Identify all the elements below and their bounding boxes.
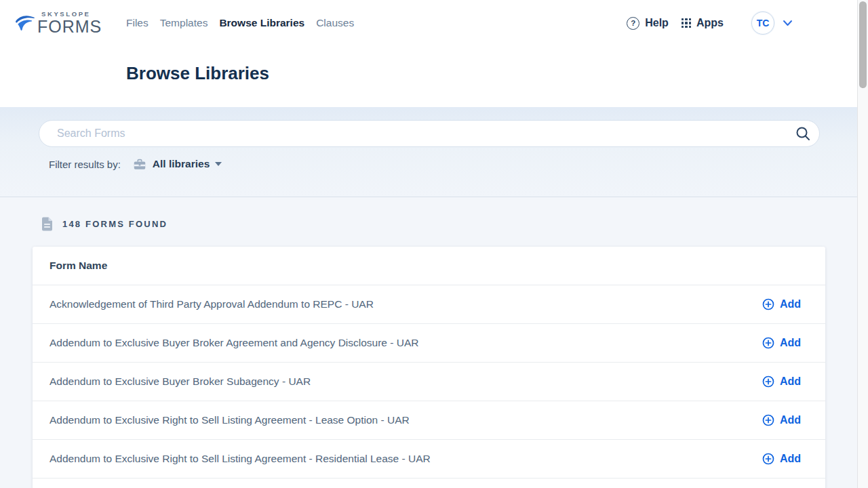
header-actions: ? Help Apps TC: [627, 12, 793, 35]
nav-item[interactable]: Clauses: [316, 17, 354, 29]
form-row[interactable]: Acknowledgement of Third Party Approval …: [33, 285, 825, 324]
add-label: Add: [780, 298, 801, 310]
nav-item[interactable]: Files: [126, 17, 149, 29]
app-header: SKYSLOPE FORMS Files Templates Browse Li…: [0, 0, 857, 107]
add-form-button[interactable]: Add: [762, 375, 801, 388]
account-menu-chevron[interactable]: [783, 20, 793, 26]
add-label: Add: [780, 375, 801, 388]
form-name: Acknowledgement of Third Party Approval …: [50, 298, 374, 310]
main-content: SKYSLOPE FORMS Files Templates Browse Li…: [0, 0, 857, 488]
circle-plus-icon: [762, 414, 774, 426]
circle-plus-icon: [762, 298, 774, 310]
search-button[interactable]: [795, 126, 811, 142]
add-label: Add: [780, 337, 801, 349]
library-filter-value: All libraries: [153, 158, 210, 170]
search-icon: [795, 126, 811, 142]
skyslope-forms-logo[interactable]: SKYSLOPE FORMS: [15, 11, 126, 35]
form-name: Addendum to Exclusive Right to Sell List…: [50, 414, 410, 426]
logo-forms-label: FORMS: [37, 18, 102, 35]
results-section: 148 FORMS FOUND Form Name Acknowledgemen…: [0, 197, 857, 488]
user-avatar[interactable]: TC: [751, 12, 774, 35]
forms-found-row: 148 FORMS FOUND: [41, 216, 857, 231]
search-section: Filter results by: All libraries: [0, 107, 857, 197]
nav-item[interactable]: Browse Libraries: [219, 17, 304, 29]
form-row-partial: [33, 479, 825, 488]
skyslope-swoosh-icon: [15, 12, 36, 34]
logo-text: SKYSLOPE FORMS: [37, 11, 102, 35]
add-form-button[interactable]: Add: [762, 453, 801, 465]
form-name: Addendum to Exclusive Buyer Broker Subag…: [50, 375, 311, 388]
apps-grid-icon: [682, 18, 691, 28]
page-title: Browse Libraries: [126, 63, 857, 83]
form-row[interactable]: Addendum to Exclusive Buyer Broker Agree…: [33, 324, 825, 363]
circle-plus-icon: [762, 375, 774, 388]
apps-button[interactable]: Apps: [682, 17, 724, 29]
primary-nav: Files Templates Browse Libraries Clauses: [126, 17, 354, 29]
avatar-initials: TC: [757, 18, 770, 28]
help-label: Help: [645, 17, 669, 29]
form-row[interactable]: Addendum to Exclusive Right to Sell List…: [33, 440, 825, 479]
document-icon: [41, 217, 53, 231]
filter-row: Filter results by: All libraries: [49, 158, 857, 170]
form-name: Addendum to Exclusive Right to Sell List…: [50, 453, 431, 465]
add-label: Add: [780, 414, 801, 426]
circle-plus-icon: [762, 337, 774, 349]
add-label: Add: [780, 453, 801, 465]
column-header-form-name: Form Name: [50, 260, 107, 272]
page-scrollbar-thumb[interactable]: [859, 1, 867, 88]
help-button[interactable]: ? Help: [627, 17, 669, 30]
page-scrollbar-track: [857, 0, 868, 488]
topbar-row: SKYSLOPE FORMS Files Templates Browse Li…: [0, 9, 857, 37]
table-header-row: Form Name: [33, 247, 825, 285]
form-row[interactable]: Addendum to Exclusive Right to Sell List…: [33, 401, 825, 440]
apps-label: Apps: [696, 17, 724, 29]
forms-found-count: 148 FORMS FOUND: [62, 219, 167, 229]
caret-down-icon: [215, 162, 222, 166]
briefcase-icon: [134, 159, 146, 170]
help-icon: ?: [627, 17, 639, 30]
forms-table-card: Form Name Acknowledgement of Third Party…: [33, 247, 825, 488]
filter-label: Filter results by:: [49, 159, 121, 170]
forms-table-body: Acknowledgement of Third Party Approval …: [33, 285, 825, 479]
form-row[interactable]: Addendum to Exclusive Buyer Broker Subag…: [33, 363, 825, 401]
nav-item[interactable]: Templates: [160, 17, 208, 29]
chevron-down-icon: [783, 20, 793, 26]
skyslope-forms-app: SKYSLOPE FORMS Files Templates Browse Li…: [0, 0, 868, 488]
form-name: Addendum to Exclusive Buyer Broker Agree…: [50, 337, 418, 349]
add-form-button[interactable]: Add: [762, 414, 801, 426]
add-form-button[interactable]: Add: [762, 298, 801, 310]
search-input[interactable]: [39, 120, 820, 147]
add-form-button[interactable]: Add: [762, 337, 801, 349]
library-filter-dropdown[interactable]: All libraries: [153, 158, 222, 170]
search-bar: [39, 120, 820, 147]
circle-plus-icon: [762, 453, 774, 465]
